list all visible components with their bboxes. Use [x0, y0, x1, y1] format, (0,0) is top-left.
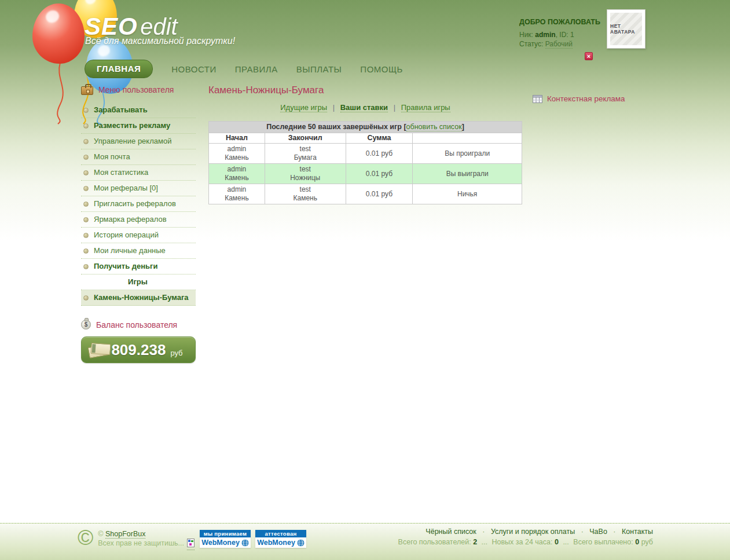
sidebar: Меню пользователя Зарабатывать Разместит… [81, 85, 196, 363]
sidebar-item-place-ads[interactable]: Разместить рекламу [81, 118, 196, 134]
banknotes-icon [89, 342, 112, 358]
nick-label: Ник: [519, 31, 533, 39]
status-label: Статус: [519, 40, 543, 48]
table-caption: Последние 50 ваших завершёных игр [266, 123, 402, 131]
webmoney-globe-icon [241, 539, 249, 547]
sidebar-item-my-stats[interactable]: Моя статистика [81, 165, 196, 181]
rights-note: Всех прав не защитишь... [98, 539, 195, 550]
footer-stats: Всего пользователей: 2 ... Новых за 24 ч… [398, 538, 653, 546]
sidebar-item-get-money[interactable]: Получить деньги [81, 259, 196, 274]
balance-header: $ Баланс пользователя [81, 320, 196, 330]
cell-starter: adminКамень [209, 144, 265, 164]
cell-finisher: testБумага [265, 144, 346, 164]
bullet-icon [83, 264, 89, 269]
main-nav: ГЛАВНАЯ НОВОСТИ ПРАВИЛА ВЫПЛАТЫ ПОМОЩЬ [85, 60, 403, 78]
bullet-icon [83, 123, 89, 129]
moneybag-icon: $ [81, 320, 91, 330]
tab-your-bets[interactable]: Ваши ставки [340, 103, 388, 112]
shopforbux-link[interactable]: ShopForBux [105, 530, 145, 539]
table-row: adminКамень testНожницы 0.01 руб Вы выиг… [209, 164, 522, 184]
page: SEO edit Всё для максимальной раскрутки!… [0, 0, 730, 560]
user-menu: Зарабатывать Разместить рекламу Управлен… [81, 103, 196, 306]
footer-link-contacts[interactable]: Контакты [622, 528, 653, 536]
sidebar-item-my-referrals[interactable]: Мои рефералы [0] [81, 181, 196, 196]
nav-item-news[interactable]: НОВОСТИ [171, 64, 216, 74]
footer-link-blacklist[interactable]: Чёрный список [425, 528, 476, 536]
table-header-row: Начал Закончил Сумма [209, 133, 522, 144]
cell-starter: adminКамень [209, 184, 265, 204]
sidebar-item-operations-history[interactable]: История операций [81, 228, 196, 243]
finished-games-table: Последние 50 ваших завершёных игр [обнов… [208, 121, 522, 204]
cell-result: Вы выиграли [413, 164, 522, 184]
footer-link-faq[interactable]: ЧаВо [589, 528, 607, 536]
cell-result: Вы проиграли [413, 144, 522, 164]
bullet-icon [83, 233, 89, 238]
col-amount: Сумма [346, 133, 413, 144]
close-icon[interactable]: × [585, 52, 593, 60]
table-row: adminКамень testКамень 0.01 руб Ничья [209, 184, 522, 204]
sidebar-item-personal-data[interactable]: Мои личные данные [81, 243, 196, 259]
user-menu-title: Меню пользователя [98, 85, 174, 94]
tab-separator: | [333, 103, 335, 112]
cell-amount: 0.01 руб [346, 184, 413, 204]
col-result [413, 133, 522, 144]
cell-starter: adminКамень [209, 164, 265, 184]
nav-item-payouts[interactable]: ВЫПЛАТЫ [296, 64, 342, 74]
refresh-list-link[interactable]: обновить список [406, 123, 462, 131]
copyright-line: © ShopForBux [98, 529, 195, 539]
footer-links: Чёрный список · Услуги и порядок оплаты … [398, 528, 653, 536]
avatar: НЕТ АВАТАРА [607, 9, 645, 49]
table-grid-icon [533, 95, 542, 103]
page-title: Камень-Ножницы-Бумага [208, 85, 324, 96]
sidebar-item-invite-referrals[interactable]: Пригласить рефералов [81, 196, 196, 212]
bullet-icon [83, 248, 89, 254]
webmoney-globe-icon [297, 539, 305, 547]
bullet-icon [83, 139, 89, 144]
table-caption-row: Последние 50 ваших завершёных игр [обнов… [209, 122, 522, 133]
balance-amount: 809.238 [111, 341, 166, 359]
sidebar-games-header: Игры [81, 274, 196, 290]
bullet-icon [83, 217, 89, 222]
sidebar-item-rock-paper-scissors[interactable]: Камень-Ножницы-Бумага [81, 290, 196, 306]
webmoney-certified-badge[interactable]: аттестован WebMoney [255, 530, 306, 548]
webmoney-badges: мы принимаем WebMoney аттестован WebMone… [200, 530, 306, 548]
welcome-status-line: Статус: Рабочий [519, 39, 606, 49]
nick-value: admin [535, 31, 555, 39]
bullet-icon [83, 202, 89, 207]
game-tabs: Идущие игры | Ваши ставки | Правила игры [208, 103, 522, 112]
sidebar-item-earn[interactable]: Зарабатывать [81, 103, 196, 118]
status-link[interactable]: Рабочий [545, 40, 573, 49]
user-menu-header: Меню пользователя [81, 85, 196, 95]
footer-link-services[interactable]: Услуги и порядок оплаты [491, 528, 575, 536]
welcome-title: ДОБРО ПОЖАЛОВАТЬ [519, 18, 606, 26]
footer: © © ShopForBux Всех прав не защитишь... … [0, 523, 730, 560]
tab-game-rules[interactable]: Правила игры [401, 103, 450, 112]
welcome-nick-line: Ник: admin, ID: 1 [519, 30, 606, 39]
nav-item-home[interactable]: ГЛАВНАЯ [85, 60, 153, 78]
cell-amount: 0.01 руб [346, 144, 413, 164]
copyright-icon: © [78, 528, 93, 550]
balance-title: Баланс пользователя [96, 320, 177, 330]
balance-box: 809.238 руб [81, 336, 196, 363]
col-finished: Закончил [265, 133, 346, 144]
webmoney-accept-badge[interactable]: мы принимаем WebMoney [200, 530, 251, 548]
sidebar-item-my-mail[interactable]: Моя почта [81, 149, 196, 165]
footer-right: Чёрный список · Услуги и порядок оплаты … [398, 528, 653, 546]
briefcase-icon [81, 86, 93, 95]
bullet-icon [83, 295, 89, 301]
id-label: , ID: [556, 31, 568, 39]
tab-separator: | [394, 103, 395, 112]
nav-item-help[interactable]: ПОМОЩЬ [360, 64, 403, 74]
sidebar-item-referral-fair[interactable]: Ярмарка рефералов [81, 212, 196, 228]
tab-running-games[interactable]: Идущие игры [280, 103, 327, 112]
cell-finisher: testНожницы [265, 164, 346, 184]
counter-icon[interactable] [187, 539, 195, 550]
bullet-icon [83, 186, 89, 191]
nav-item-rules[interactable]: ПРАВИЛА [235, 64, 278, 74]
welcome-block: ДОБРО ПОЖАЛОВАТЬ Ник: admin, ID: 1 Стату… [519, 18, 606, 49]
id-value: 1 [570, 31, 574, 39]
bullet-icon [83, 155, 89, 160]
sidebar-item-manage-ads[interactable]: Управление рекламой [81, 134, 196, 149]
bullet-icon [83, 108, 89, 113]
cell-result: Ничья [413, 184, 522, 204]
